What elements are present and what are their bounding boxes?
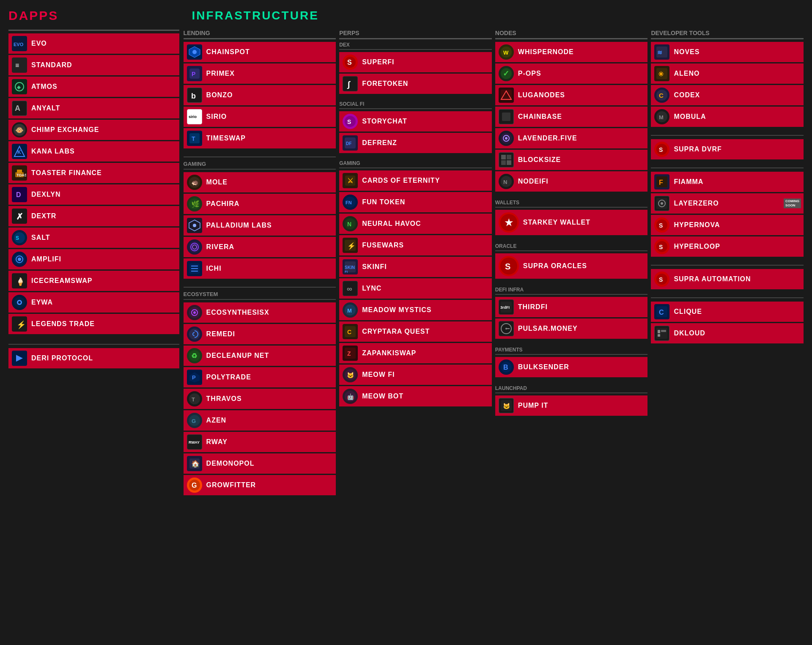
supra-oracles-icon: S <box>499 256 519 276</box>
list-item[interactable]: D DEXLYN <box>8 184 179 205</box>
list-item[interactable]: SKINFI SKINFI <box>339 257 492 277</box>
svg-text:C: C <box>659 309 664 316</box>
list-item[interactable]: N NEURAL HAVOC <box>339 214 492 234</box>
list-item[interactable]: G AZEN <box>184 410 336 431</box>
list-item[interactable]: PALLADIUM LABS <box>184 215 336 236</box>
item-name: PUMP IT <box>518 402 549 409</box>
list-item[interactable]: S HYPERLOOP <box>651 236 804 257</box>
list-item[interactable]: 🏠 DEMONOPOL <box>184 453 336 474</box>
list-item[interactable]: TOAST TOASTER FINANCE <box>8 163 179 183</box>
list-item[interactable]: EVO EVO <box>8 33 179 54</box>
list-item[interactable]: ICHI <box>184 258 336 279</box>
list-item[interactable]: ⚔ CARDS OF ETERNITY <box>339 170 492 191</box>
codex-icon: C <box>654 88 669 103</box>
list-item[interactable]: ♻ DECLEANUP NET <box>184 346 336 366</box>
item-name: RWAY <box>206 438 228 446</box>
rway-icon: RWAY <box>187 434 202 450</box>
item-name: SIRIO <box>206 113 227 121</box>
list-item[interactable]: REMEDI <box>184 324 336 344</box>
list-item[interactable]: W WHISPERNODE <box>495 42 648 62</box>
list-item[interactable]: ✗ DEXTR <box>8 206 179 226</box>
svg-text:Z: Z <box>347 350 351 357</box>
fiamma-icon: F <box>654 174 669 189</box>
list-item[interactable]: CHAINSPOT <box>184 42 336 62</box>
item-name: ANYALT <box>31 104 60 112</box>
svg-text:M: M <box>347 307 352 314</box>
list-item[interactable]: ⚡ FUSEWARS <box>339 235 492 255</box>
item-name: GROWFITTER <box>206 481 256 489</box>
item-name: SUPRA ORACLES <box>523 262 587 270</box>
list-item[interactable]: ⚡ LEGENDS TRADE <box>8 314 179 334</box>
item-name: SUPRA DVRF <box>674 145 721 153</box>
list-item[interactable]: P POLYTRADE <box>184 367 336 387</box>
list-item[interactable]: S SUPERFI <box>339 52 492 72</box>
list-item[interactable]: FN FUN TOKEN <box>339 192 492 212</box>
list-item[interactable]: ✳ ALENO <box>651 63 804 84</box>
list-item[interactable]: S HYPERNOVA <box>651 215 804 235</box>
list-item[interactable]: PULSAR.MONEY <box>495 318 648 339</box>
hypernova-icon: S <box>654 217 669 233</box>
list-item[interactable]: C CODEX <box>651 85 804 105</box>
amplifi-icon <box>12 252 27 267</box>
svg-text:G: G <box>192 482 197 489</box>
list-item[interactable]: 🤖 MEOW BOT <box>339 386 492 406</box>
list-item[interactable]: S SUPRA AUTOMATION <box>651 269 804 289</box>
list-item[interactable]: LAYERZERO COMINGSOON <box>651 193 804 214</box>
list-item[interactable]: DERI PROTOCOL <box>8 348 179 368</box>
list-item[interactable]: ≡ STANDARD <box>8 55 179 75</box>
list-item[interactable]: LUGANODES <box>495 85 648 105</box>
list-item[interactable]: DKLOUD <box>651 323 804 343</box>
svg-text:G: G <box>192 418 196 424</box>
list-item[interactable]: T THRAVOS <box>184 389 336 409</box>
list-item[interactable]: F FIAMMA <box>651 172 804 192</box>
list-item[interactable]: Z ZAPANKISWAP <box>339 343 492 363</box>
list-item[interactable]: ∫ FORETOKEN <box>339 74 492 94</box>
polytrade-icon: P <box>187 370 202 385</box>
list-item[interactable]: M MOBULA <box>651 107 804 127</box>
svg-text:C: C <box>347 329 351 335</box>
list-item[interactable]: DF DEFRENZ <box>339 133 492 153</box>
list-item[interactable]: S SUPRA ORACLES <box>495 253 648 279</box>
list-item[interactable]: N NODEIFI <box>495 171 648 192</box>
list-item[interactable]: b BONZO <box>184 85 336 105</box>
list-item[interactable]: 🍦 ICECREAMSWAP <box>8 271 179 291</box>
list-item[interactable]: ≋ NOVES <box>651 42 804 62</box>
list-item[interactable]: BLOCKSIZE <box>495 150 648 170</box>
list-item[interactable]: B BULKSENDER <box>495 357 648 377</box>
list-item[interactable]: RIVERA <box>184 237 336 257</box>
list-item[interactable]: T TIMESWAP <box>184 128 336 148</box>
list-item[interactable]: C CRYPTARA QUEST <box>339 321 492 342</box>
svg-text:N: N <box>503 179 507 185</box>
list-item[interactable]: S STORYCHAT <box>339 111 492 132</box>
list-item[interactable]: G GROWFITTER <box>184 475 336 495</box>
list-item[interactable]: ★ STARKEY WALLET <box>495 210 648 235</box>
list-item[interactable]: P PRIMEX <box>184 63 336 84</box>
evo-icon: EVO <box>12 36 27 51</box>
list-item[interactable]: M MEADOW MYSTICS <box>339 300 492 320</box>
list-item[interactable]: AMPLIFI <box>8 249 179 269</box>
list-item[interactable]: ◈ ATMOS <box>8 77 179 97</box>
layerzero-icon <box>654 196 669 211</box>
list-item[interactable]: S SUPRA DVRF <box>651 139 804 159</box>
list-item[interactable]: 🐵 CHIMP EXCHANGE <box>8 120 179 140</box>
list-item[interactable]: K KANA LABS <box>8 141 179 162</box>
list-item[interactable]: EYWA <box>8 292 179 313</box>
list-item[interactable]: ∞ LYNC <box>339 278 492 299</box>
list-item[interactable]: RWAY RWAY <box>184 432 336 452</box>
list-item[interactable]: 🐱 PUMP IT <box>495 395 648 416</box>
list-item[interactable]: ECOSYNTHESISX <box>184 302 336 323</box>
list-item[interactable]: 3rdFI THIRDFI <box>495 297 648 317</box>
main-content: EVO EVO ≡ STANDARD ◈ ATMOS <box>8 30 804 497</box>
list-item[interactable]: S SALT <box>8 228 179 248</box>
dkloud-icon <box>654 326 669 341</box>
list-item[interactable]: C CLIQUE <box>651 302 804 322</box>
list-item[interactable]: sirio SIRIO <box>184 107 336 127</box>
list-item[interactable]: ✓ P-OPS <box>495 63 648 84</box>
list-item[interactable]: 🌿 PACHIRA <box>184 194 336 214</box>
list-item[interactable]: A ANYALT <box>8 98 179 118</box>
list-item[interactable]: CHAINBASE <box>495 107 648 127</box>
svg-text:TOAST: TOAST <box>16 173 26 177</box>
list-item[interactable]: LAVENDER.FIVE <box>495 128 648 148</box>
list-item[interactable]: 🦔 MOLE <box>184 172 336 192</box>
list-item[interactable]: 🐱 MEOW FI <box>339 365 492 385</box>
